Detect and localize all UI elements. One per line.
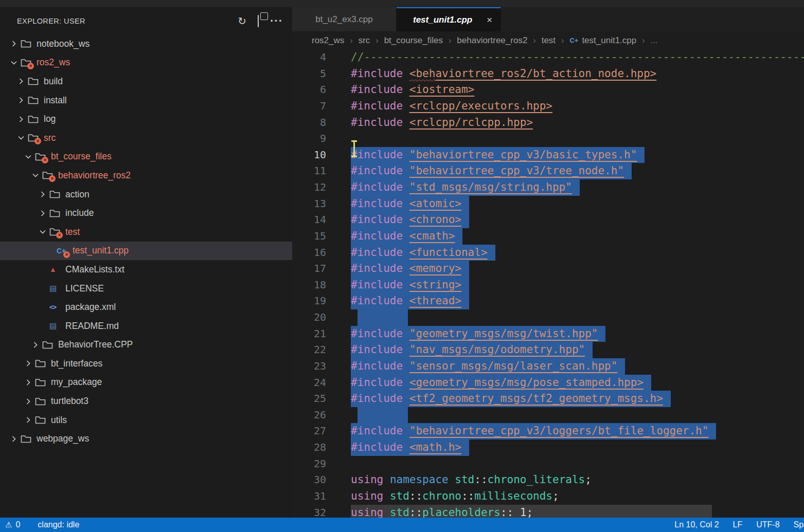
tree-item-turtlebot3[interactable]: turtlebot3	[0, 392, 292, 411]
code-line-25[interactable]: 25#include <tf2_geometry_msgs/tf2_geomet…	[292, 391, 804, 407]
tree-item-my-package[interactable]: my_package	[0, 373, 292, 392]
breadcrumb-item-test[interactable]: test	[542, 35, 556, 46]
code-line-13[interactable]: 13#include <atomic>	[292, 196, 804, 212]
breadcrumb-item-src[interactable]: src	[359, 35, 370, 46]
code-line-21[interactable]: 21#include "geometry_msgs/msg/twist.hpp"	[292, 326, 804, 342]
chevron-right-icon[interactable]	[14, 77, 28, 85]
code-line-18[interactable]: 18#include <string>	[292, 277, 804, 293]
tree-item-cmakelists-txt[interactable]: ▲CMakeLists.txt	[0, 260, 292, 279]
code-line-7[interactable]: 7#include <rclcpp/executors.hpp>	[292, 98, 804, 115]
chevron-right-icon[interactable]	[14, 115, 28, 123]
chevron-down-icon[interactable]	[22, 153, 35, 161]
tree-item-bt-course-files[interactable]: ✕bt_course_files	[0, 148, 292, 167]
code-line-4[interactable]: 4//-------------------------------------…	[292, 49, 804, 66]
tree-item-bt-interfaces[interactable]: bt_interfaces	[0, 354, 292, 373]
chevron-right-icon[interactable]	[29, 341, 42, 349]
tree-item-test-unit1-cpp[interactable]: C+✕test_unit1.cpp	[0, 242, 292, 261]
code-line-5[interactable]: 5#include <behaviortree_ros2/bt_action_n…	[292, 66, 804, 82]
code-line-22[interactable]: 22#include "nav_msgs/msg/odometry.hpp"	[292, 342, 804, 358]
code-line-12[interactable]: 12#include "std_msgs/msg/string.hpp"	[292, 179, 804, 196]
tab-test_unit1-active[interactable]: test_unit1.cpp ×	[397, 7, 501, 31]
code-line-9[interactable]: 9	[292, 131, 804, 147]
chevron-down-icon[interactable]	[7, 59, 21, 67]
code-line-28[interactable]: 28#include <math.h>	[292, 439, 804, 456]
folder-icon	[28, 96, 43, 105]
tree-item-behaviortree-cpp[interactable]: BehaviorTree.CPP	[0, 336, 292, 355]
chevron-right-icon[interactable]	[14, 96, 28, 104]
code-line-31[interactable]: 31using std::chrono::milliseconds;	[292, 488, 804, 505]
code-line-11[interactable]: 11#include "behaviortree_cpp_v3/tree_nod…	[292, 163, 804, 179]
tree-item-action[interactable]: action	[0, 185, 292, 204]
status-spac[interactable]: Spac	[794, 520, 804, 529]
code-line-20[interactable]: 20	[292, 309, 804, 326]
tree-item-label: test	[64, 227, 80, 237]
code-line-16[interactable]: 16#include <functional>	[292, 245, 804, 261]
tree-item-install[interactable]: install	[0, 91, 292, 110]
chevron-right-icon[interactable]	[36, 190, 49, 198]
code-line-32[interactable]: 32using std::placeholders::_1;	[292, 505, 804, 518]
tree-item-ros2-ws[interactable]: ✕ros2_ws	[0, 53, 292, 72]
clangd-status[interactable]: clangd: idle	[38, 520, 79, 529]
chevron-right-icon[interactable]	[22, 416, 35, 424]
status-lf[interactable]: LF	[733, 520, 743, 529]
code-line-27[interactable]: 27#include "behaviortree_cpp_v3/loggers/…	[292, 423, 804, 439]
tree-item-test[interactable]: ✕test	[0, 223, 292, 242]
chevron-right-icon[interactable]	[7, 435, 21, 443]
status-bar: ⚠ 0 clangd: idle Ln 10, Col 2LFUTF-8Spac	[0, 518, 804, 532]
tree-item-license[interactable]: ▤LICENSE	[0, 279, 292, 298]
file-icon: ▤	[49, 321, 64, 331]
status-utf-8[interactable]: UTF-8	[756, 520, 779, 529]
code-line-17[interactable]: 17#include <memory>	[292, 261, 804, 277]
tree-item-log[interactable]: log	[0, 109, 292, 129]
code-line-14[interactable]: 14#include <chrono>	[292, 212, 804, 228]
warning-count: 0	[15, 520, 20, 529]
code-line-10[interactable]: 10#include "behaviortree_cpp_v3/basic_ty…	[292, 147, 804, 163]
more-actions-icon[interactable]: ···	[270, 15, 283, 27]
chevron-down-icon[interactable]	[29, 171, 42, 179]
code-line-29[interactable]: 29	[292, 456, 804, 472]
chevron-down-icon[interactable]	[36, 228, 49, 236]
folder-icon: ✕	[35, 152, 50, 161]
tab-bt_u2_ex3[interactable]: bt_u2_ex3.cpp	[292, 7, 397, 31]
tree-item-include[interactable]: include	[0, 204, 292, 223]
close-tab-icon[interactable]: ×	[481, 14, 492, 26]
breadcrumb-item-behaviortree-ros2[interactable]: behaviortree_ros2	[457, 35, 527, 46]
breadcrumb-item-ros2-ws[interactable]: ros2_ws	[312, 35, 344, 46]
tree-item-src[interactable]: ✕src	[0, 129, 292, 148]
code-line-text: #include <tf2_geometry_msgs/tf2_geometry…	[351, 391, 671, 407]
tree-item-label: turtlebot3	[50, 396, 88, 407]
chevron-right-icon[interactable]	[7, 40, 21, 48]
code-line-6[interactable]: 6#include <iostream>	[292, 82, 804, 98]
code-editor[interactable]: 4//-------------------------------------…	[292, 49, 804, 518]
chevron-right-icon[interactable]	[22, 359, 35, 368]
tree-item-build[interactable]: build	[0, 72, 292, 91]
breadcrumb-item-test-unit1-cpp[interactable]: test_unit1.cpp	[582, 35, 636, 46]
status-ln-10-col-2[interactable]: Ln 10, Col 2	[674, 520, 719, 529]
problems-indicator[interactable]: ⚠ 0	[5, 520, 20, 529]
breadcrumb-item-bt-course-files[interactable]: bt_course_files	[384, 35, 443, 46]
code-line-26[interactable]: 26	[292, 407, 804, 424]
chevron-right-icon[interactable]	[36, 209, 49, 217]
breadcrumb-item--[interactable]: ...	[651, 35, 658, 46]
chevron-right-icon[interactable]	[22, 378, 35, 387]
breadcrumb-separator-icon: ›	[561, 36, 564, 45]
chevron-down-icon[interactable]	[14, 134, 28, 142]
code-line-23[interactable]: 23#include "sensor_msgs/msg/laser_scan.h…	[292, 358, 804, 375]
code-line-8[interactable]: 8#include <rclcpp/rclcpp.hpp>	[292, 115, 804, 131]
collapse-folders-icon[interactable]	[258, 16, 259, 26]
tree-item-label: action	[64, 189, 90, 200]
tree-item-package-xml[interactable]: <>package.xml	[0, 298, 292, 317]
code-line-24[interactable]: 24#include <geometry_msgs/msg/pose_stamp…	[292, 375, 804, 391]
tree-item-label: include	[64, 208, 94, 218]
code-line-30[interactable]: 30using namespace std::chrono_literals;	[292, 472, 804, 488]
folder-icon	[28, 77, 43, 86]
code-line-15[interactable]: 15#include <cmath>	[292, 228, 804, 245]
tree-item-notebook-ws[interactable]: notebook_ws	[0, 34, 292, 53]
tree-item-utils[interactable]: utils	[0, 411, 292, 430]
code-line-19[interactable]: 19#include <thread>	[292, 293, 804, 309]
chevron-right-icon[interactable]	[22, 397, 35, 406]
tree-item-readme-md[interactable]: ▤README.md	[0, 317, 292, 336]
refresh-explorer-icon[interactable]: ↻	[238, 16, 246, 26]
tree-item-webpage-ws[interactable]: webpage_ws	[0, 429, 292, 448]
tree-item-behaviortree-ros2[interactable]: ✕behaviortree_ros2	[0, 166, 292, 185]
